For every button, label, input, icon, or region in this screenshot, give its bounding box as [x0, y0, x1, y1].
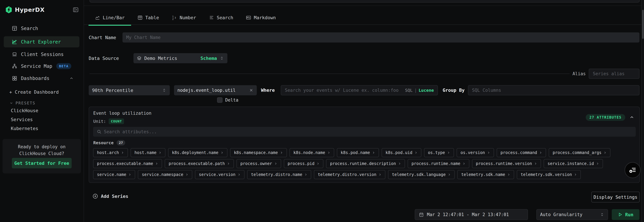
sql-option[interactable]: SQL [405, 88, 412, 93]
laptop-icon [12, 52, 17, 57]
sidebar-item-service-map[interactable]: Service Map BETA [4, 61, 80, 71]
chevron-right-icon [372, 151, 375, 154]
add-series-button[interactable]: Add Series [92, 193, 128, 199]
chevron-up-icon [69, 76, 74, 80]
attribute-chip[interactable]: os.type [424, 148, 454, 157]
preset-kubernetes[interactable]: Kubernetes [11, 126, 38, 131]
tab-label: Table [145, 15, 159, 20]
run-label: Run [625, 212, 634, 217]
attribute-chip[interactable]: telemetry.distro.name [247, 170, 311, 179]
preset-services[interactable]: Services [11, 117, 33, 122]
chevron-right-icon [280, 151, 283, 154]
delta-checkbox[interactable] [217, 97, 222, 103]
attribute-chips: host.arch host.name k8s.deployment.name … [93, 148, 636, 179]
attribute-chip-label: k8s.namespace.name [234, 150, 278, 155]
sidebar-item-label: Client Sessions [21, 52, 64, 57]
attribute-chip-label: telemetry.distro.version [318, 172, 376, 177]
query-language-toggle[interactable]: SQL|Lucene [405, 88, 434, 93]
attribute-chip[interactable]: service.version [195, 170, 244, 179]
preset-clickhouse[interactable]: ClickHouse [11, 108, 38, 113]
attributes-count-badge: 27 ATTRIBUTES [586, 114, 625, 121]
attribute-chip[interactable]: host.name [130, 148, 166, 157]
attribute-search-input[interactable] [104, 129, 632, 134]
chevron-up-icon[interactable] [629, 115, 634, 120]
attribute-chip-label: process.command_args [552, 150, 602, 155]
attribute-chip[interactable]: process.owner [236, 159, 281, 168]
attribute-chip-label: k8s.pod.name [341, 150, 370, 155]
add-series-label: Add Series [101, 194, 128, 199]
attribute-chip[interactable]: process.pid [284, 159, 324, 168]
chevron-right-icon [448, 173, 451, 176]
attribute-chip-label: process.owner [240, 161, 272, 166]
tab-number[interactable]: 123 Number [166, 10, 202, 25]
tab-search[interactable]: Search [202, 10, 240, 25]
where-search-input[interactable] [285, 88, 402, 93]
metric-chip[interactable]: nodejs.event_loop.util [174, 85, 257, 95]
chevron-right-icon [378, 173, 382, 176]
display-settings-button[interactable]: Display Settings [591, 192, 640, 203]
delta-label: Delta [225, 97, 238, 103]
create-dashboard-button[interactable]: + Create Dashboard [9, 89, 59, 95]
schema-link[interactable]: Schema [200, 56, 217, 61]
attribute-chip[interactable]: process.command_args [549, 148, 610, 157]
floating-widget-button[interactable] [624, 162, 640, 178]
alias-input[interactable] [593, 71, 644, 76]
metric-details-panel: Event loop utilization Unit: COUNT 27 AT… [89, 107, 640, 183]
run-button[interactable]: Run [612, 209, 640, 220]
attribute-chip[interactable]: host.arch [93, 148, 128, 157]
attribute-chip[interactable]: telemetry.sdk.language [388, 170, 454, 179]
attribute-chip[interactable]: service.name [93, 170, 135, 179]
group-by-input[interactable] [472, 88, 636, 93]
aggregation-select[interactable]: 90th Percentile [89, 85, 170, 95]
tab-line-bar[interactable]: Line/Bar [88, 10, 131, 25]
sidebar-item-dashboards[interactable]: Dashboards [4, 74, 80, 83]
sidebar-item-client-sessions[interactable]: Client Sessions [4, 50, 80, 59]
collapse-sidebar-icon[interactable] [73, 7, 79, 13]
tab-markdown[interactable]: Markdown [240, 10, 282, 25]
metric-name: nodejs.event_loop.util [178, 88, 236, 93]
get-started-button[interactable]: Get Started for Free [12, 158, 72, 168]
attribute-chip[interactable]: telemetry.sdk.name [457, 170, 514, 179]
attribute-chip[interactable]: process.runtime.description [326, 159, 405, 168]
attribute-chip[interactable]: service.namespace [138, 170, 192, 179]
attribute-chip[interactable]: service.instance.id [544, 159, 603, 168]
sidebar-item-search[interactable]: Search [4, 24, 80, 33]
attribute-chip-label: process.runtime.version [476, 161, 532, 166]
attribute-chip[interactable]: process.runtime.version [472, 159, 541, 168]
scrollbar-thumb[interactable] [642, 10, 644, 39]
attribute-chip[interactable]: k8s.pod.name [337, 148, 379, 157]
tab-table[interactable]: Table [131, 10, 166, 25]
attribute-chip[interactable]: process.executable.path [165, 159, 234, 168]
data-source-select[interactable]: Demo Metrics Schema [134, 53, 228, 63]
scrolled-input-remnant [90, 0, 640, 2]
attribute-chip[interactable]: k8s.namespace.name [230, 148, 287, 157]
attribute-chip[interactable]: process.executable.name [93, 159, 162, 168]
granularity-select[interactable]: Auto Granularity [536, 209, 608, 220]
attribute-chip-label: os.type [428, 150, 445, 155]
close-icon[interactable] [249, 88, 254, 92]
attribute-chip[interactable]: telemetry.sdk.version [517, 170, 581, 179]
chart-name-input[interactable] [126, 35, 636, 40]
chevron-right-icon [158, 151, 162, 154]
sidebar-item-chart-explorer[interactable]: Chart Explorer [4, 36, 80, 47]
logo[interactable]: HyperDX [6, 6, 78, 14]
attribute-chip[interactable]: k8s.node.name [290, 148, 334, 157]
presets-header[interactable]: PRESETS [10, 101, 36, 105]
attribute-chip[interactable]: process.command [497, 148, 546, 157]
lucene-option[interactable]: Lucene [419, 88, 434, 93]
app-title: HyperDX [15, 6, 44, 13]
attribute-chip-label: telemetry.sdk.version [521, 172, 572, 177]
search-icon [97, 129, 102, 134]
attribute-chip[interactable]: telemetry.distro.version [314, 170, 385, 179]
clickhouse-cloud-promo: Ready to deploy on ClickHouse Cloud? Get… [2, 139, 81, 173]
attribute-chip[interactable]: k8s.pod.uid [382, 148, 421, 157]
chevron-right-icon [128, 173, 131, 176]
announcement-icon [628, 166, 637, 175]
chevron-right-icon [507, 173, 510, 176]
attribute-chip[interactable]: os.version [457, 148, 494, 157]
beta-badge: BETA [56, 63, 71, 69]
scrollbar-track[interactable] [641, 0, 644, 222]
attribute-chip[interactable]: k8s.deployment.name [168, 148, 228, 157]
time-range-picker[interactable]: Mar 2 12:47:01 - Mar 2 13:47:01 [415, 209, 528, 220]
attribute-chip[interactable]: process.runtime.name [408, 159, 469, 168]
